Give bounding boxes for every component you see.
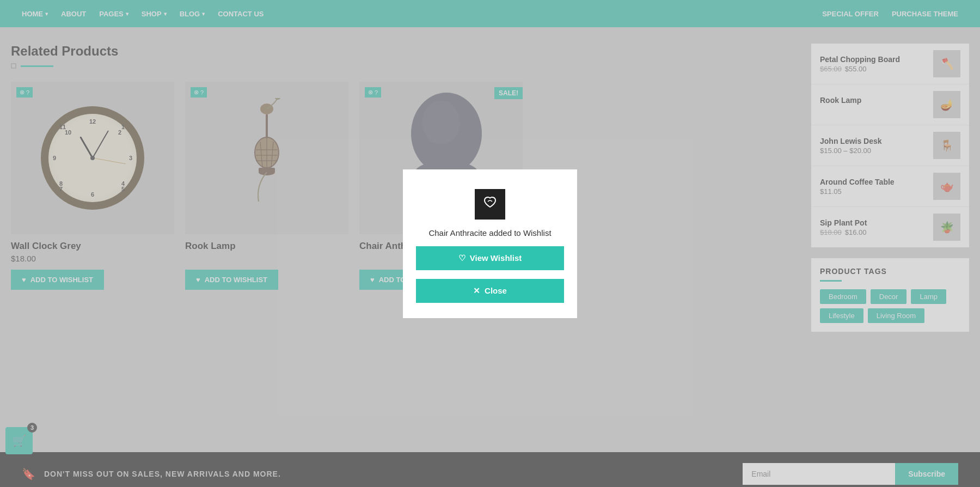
modal-overlay: Chair Anthracite added to Wishlist ♡ Vie… <box>0 0 980 487</box>
heart-link-icon <box>482 196 498 209</box>
close-button[interactable]: ✕ Close <box>416 279 564 303</box>
modal-icon-wrap <box>475 189 505 220</box>
modal-box: Chair Anthracite added to Wishlist ♡ Vie… <box>403 169 577 318</box>
heart-icon: ♡ <box>458 253 465 263</box>
modal-message: Chair Anthracite added to Wishlist <box>428 228 551 238</box>
close-icon: ✕ <box>473 286 480 296</box>
view-wishlist-button[interactable]: ♡ View Wishlist <box>416 246 564 270</box>
wishlist-icon <box>482 196 498 212</box>
